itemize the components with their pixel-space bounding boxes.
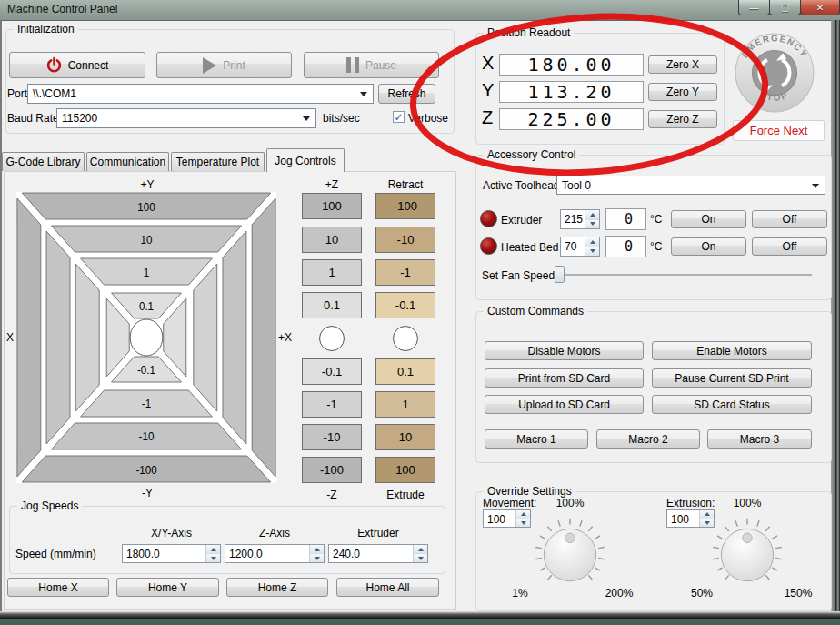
retract-minus-100-button[interactable]: -100 (375, 193, 435, 219)
enable-motors-button[interactable]: Enable Motors (652, 341, 812, 360)
axis-x-label: X (482, 53, 494, 74)
spinner-arrows[interactable] (585, 237, 599, 256)
jog-y-minus-10[interactable] (51, 423, 241, 449)
jog-z-minus-1-button[interactable]: -1 (302, 391, 362, 418)
refresh-button[interactable]: Refresh (378, 84, 435, 104)
fan-speed-handle[interactable] (555, 266, 565, 283)
zero-y-button[interactable]: Zero Y (648, 83, 717, 101)
retract-minus-1-button[interactable]: -1 (375, 259, 435, 286)
pause-button[interactable]: Pause (304, 52, 439, 78)
jog-minus-y-label: -Y (127, 487, 167, 499)
minimize-button[interactable]: — (738, 0, 770, 15)
zero-x-button[interactable]: Zero X (648, 55, 717, 74)
close-button[interactable]: ✕ (800, 0, 840, 15)
extruder-off-button[interactable]: Off (752, 210, 827, 228)
title-bar[interactable]: Machine Control Panel (0, 0, 840, 21)
movement-knob[interactable] (530, 515, 610, 595)
knob-indicator-dot (743, 533, 753, 543)
jog-z-plus-10-button[interactable]: 10 (302, 227, 362, 253)
tab-jog-controls[interactable]: Jog Controls (266, 148, 345, 172)
jog-x-plus-100[interactable] (252, 198, 275, 477)
movement-override-spinner[interactable]: 100 (483, 509, 531, 528)
extruder-on-button[interactable]: On (671, 210, 746, 228)
extruder-setpoint-spinner[interactable]: 215 (560, 209, 600, 229)
extruder-header: Extruder (328, 527, 428, 539)
jog-z-plus-100-button[interactable]: 100 (302, 193, 362, 219)
movement-min-label: 1% (502, 587, 538, 600)
home-all-button[interactable]: Home All (336, 578, 439, 597)
port-label: Port (7, 87, 27, 100)
jog-z-center-button[interactable] (319, 326, 345, 351)
heated-bed-on-button[interactable]: On (671, 237, 746, 256)
home-y-button[interactable]: Home Y (116, 578, 219, 597)
upload-to-sd-button[interactable]: Upload to SD Card (485, 395, 644, 414)
sd-card-status-button[interactable]: SD Card Status (652, 395, 812, 414)
play-icon (203, 57, 216, 74)
jog-x-minus-1[interactable] (75, 264, 99, 411)
jog-z-plus-0.1-button[interactable]: 0.1 (302, 292, 362, 318)
jog-z-plus-1-button[interactable]: 1 (302, 259, 362, 286)
xy-speed-spinner[interactable]: 1800.0 (122, 544, 221, 563)
position-readout-label: Position Readout (484, 26, 574, 39)
print-from-sd-button[interactable]: Print from SD Card (485, 368, 644, 388)
jog-z-button-label: -1 (326, 398, 337, 411)
retract-button-label: -100 (394, 199, 417, 213)
jog-x-plus-1[interactable] (194, 264, 217, 411)
zero-z-button[interactable]: Zero Z (648, 110, 717, 128)
jog-y-plus-1[interactable] (81, 258, 213, 285)
spinner-arrows[interactable] (205, 545, 220, 562)
jog-center-button[interactable] (130, 319, 163, 356)
extrude-1-button[interactable]: 1 (375, 391, 435, 418)
jog-x-minus-10[interactable] (46, 231, 70, 444)
macro-1-button[interactable]: Macro 1 (485, 429, 588, 449)
active-toolhead-combobox[interactable]: Tool 0 (556, 176, 825, 195)
print-label: Print (223, 59, 245, 72)
home-z-button[interactable]: Home Z (226, 578, 328, 597)
retract-center-button[interactable] (393, 326, 418, 351)
spinner-arrows[interactable] (309, 545, 324, 562)
jog-x-plus-10[interactable] (223, 231, 246, 444)
connect-button[interactable]: Connect (9, 52, 145, 78)
home-x-button[interactable]: Home X (7, 578, 109, 597)
extruder-speed-spinner[interactable]: 240.0 (328, 544, 428, 563)
port-combobox[interactable]: \\.\COM1 (27, 84, 374, 104)
force-next-button[interactable]: Force Next (733, 120, 825, 141)
pause-sd-print-button[interactable]: Pause Current SD Print (652, 368, 812, 388)
extrude-10-button[interactable]: 10 (375, 424, 435, 450)
jog-y-minus-1[interactable] (81, 390, 213, 417)
print-button[interactable]: Print (156, 52, 292, 78)
verbose-checkbox[interactable]: ✓ (393, 111, 405, 123)
jog-z-minus-10-button[interactable]: -10 (302, 424, 362, 450)
tab-temperature-plot[interactable]: Temperature Plot (171, 152, 265, 171)
retract-minus-10-button[interactable]: -10 (375, 227, 435, 253)
position-x-value: 180.00 (527, 54, 615, 76)
z-speed-spinner[interactable]: 1200.0 (225, 544, 325, 563)
emergency-stop-button[interactable]: EMERGENCY STOP (735, 33, 815, 113)
extrude-100-button[interactable]: 100 (375, 457, 435, 483)
jog-y-plus-10[interactable] (51, 226, 241, 252)
jog-y-minus-100[interactable] (22, 456, 270, 482)
jog-y-plus-100[interactable] (22, 193, 270, 219)
extrude-0.1-button[interactable]: 0.1 (375, 358, 435, 385)
jog-x-minus-100[interactable] (17, 198, 41, 477)
heated-bed-setpoint-spinner[interactable]: 70 (560, 237, 600, 257)
extrusion-knob[interactable] (707, 515, 787, 595)
tab-gcode-library[interactable]: G-Code Library (2, 152, 85, 171)
heated-bed-off-label: Off (783, 240, 797, 253)
maximize-button[interactable]: ▢ (769, 0, 801, 15)
desktop-edge-strip (0, 619, 840, 625)
macro-2-button[interactable]: Macro 2 (596, 429, 700, 449)
retract-minus-0.1-button[interactable]: -0.1 (375, 292, 435, 318)
spinner-arrows[interactable] (585, 210, 599, 228)
spinner-arrows[interactable] (413, 545, 427, 562)
fan-speed-track[interactable] (556, 274, 812, 276)
heated-bed-off-button[interactable]: Off (752, 237, 827, 256)
baud-rate-combobox[interactable]: 115200 (56, 108, 316, 128)
disable-motors-button[interactable]: Disable Motors (485, 341, 644, 360)
jog-z-minus-100-button[interactable]: -100 (302, 457, 362, 483)
baud-units-label: bits/sec (323, 112, 360, 125)
macro-3-button[interactable]: Macro 3 (707, 429, 812, 449)
spinner-arrows[interactable] (515, 510, 530, 527)
jog-z-minus-0.1-button[interactable]: -0.1 (302, 358, 362, 385)
tab-communication[interactable]: Communication (86, 152, 169, 171)
